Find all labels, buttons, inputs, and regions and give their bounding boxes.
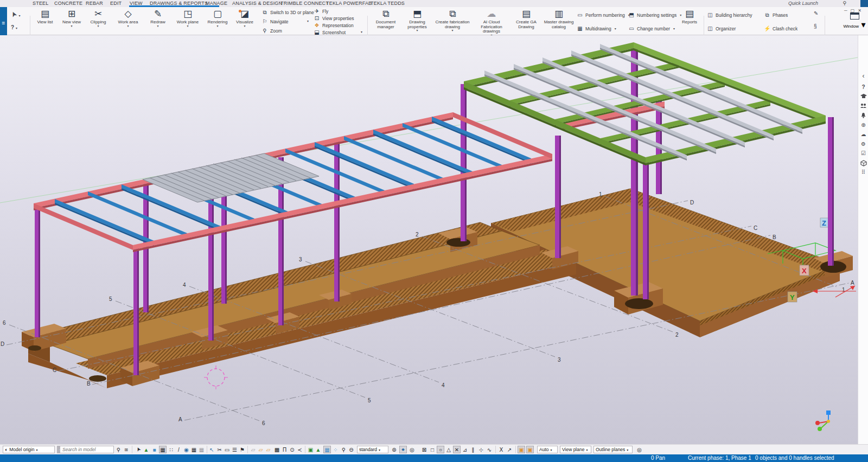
- building-hierarchy-button[interactable]: ◫ Building hierarchy: [707, 11, 752, 18]
- change-number-button[interactable]: ▭ Change number ▾: [628, 25, 675, 32]
- select-details-switch[interactable]: ▱: [265, 446, 272, 453]
- license-check-icon[interactable]: ☑: [858, 150, 868, 156]
- reports-button[interactable]: ▤ Reports: [677, 8, 702, 35]
- sketch-icon[interactable]: §: [814, 23, 817, 29]
- tab-edit[interactable]: EDIT: [110, 1, 122, 6]
- select-objects-in-components-switch[interactable]: ▦: [323, 446, 331, 453]
- select-cursor-button[interactable]: ➤ ▾: [11, 10, 21, 18]
- outline-planes-dropdown[interactable]: Outline planes ▾: [593, 446, 633, 453]
- snapshot-settings-button[interactable]: ⊛: [391, 446, 398, 453]
- inquire-button[interactable]: ? ▾: [11, 24, 17, 30]
- snap-extension-switch[interactable]: ⊹: [477, 446, 485, 453]
- select-points-switch[interactable]: ∷: [168, 446, 175, 453]
- fly-button[interactable]: ✈ Fly: [314, 8, 328, 15]
- snap-reference-switch[interactable]: ⊠: [420, 446, 428, 453]
- select-grid-lines-switch[interactable]: ▦: [190, 446, 197, 453]
- search-options-button[interactable]: ⊞: [123, 446, 130, 453]
- snap-parallel-switch[interactable]: ∥: [469, 446, 477, 453]
- select-assemblies-switch[interactable]: ▩: [273, 446, 280, 453]
- organizer-button[interactable]: ◫ Organizer: [707, 25, 736, 32]
- document-manager-button[interactable]: ⧉ Document manager: [371, 8, 401, 35]
- tab-tekla-powerfab[interactable]: TEKLA POWERFAB: [326, 1, 372, 6]
- work-area-button[interactable]: ◇ Work area ▾: [114, 8, 142, 35]
- zoom-selected-button[interactable]: ⚲: [340, 446, 347, 453]
- view-properties-button[interactable]: ⊡ View properties: [314, 15, 354, 22]
- select-reference-switch[interactable]: ≺: [296, 446, 303, 453]
- select-welds-switch[interactable]: ↖: [208, 446, 215, 453]
- switch-3d-plane-button[interactable]: ⧉ Switch to 3D or plane: [261, 9, 314, 16]
- select-cuts-switch[interactable]: ✂: [216, 446, 223, 453]
- component-cube-icon[interactable]: [858, 160, 868, 166]
- navigate-button[interactable]: ⚐ Navigate: [261, 18, 289, 25]
- create-ga-drawing-button[interactable]: ▤ Create GA Drawing: [510, 8, 542, 35]
- learning-icon[interactable]: [858, 93, 868, 99]
- tab-trimble-connect[interactable]: TRIMBLE CONNECT: [280, 1, 329, 6]
- snap-perpendicular-switch[interactable]: ⊿: [461, 446, 469, 453]
- visualize-button[interactable]: ◪ Visualize ▾: [231, 8, 258, 35]
- zoom-out-button[interactable]: ⊖: [348, 446, 355, 453]
- master-drawing-catalog-button[interactable]: ▥ Master drawing catalog: [542, 8, 575, 35]
- phases-button[interactable]: ⧉ Phases: [764, 11, 788, 18]
- tekla-online-icon[interactable]: ⊕: [858, 122, 868, 128]
- cloud-icon[interactable]: ☁: [858, 131, 868, 137]
- view-plane-dropdown[interactable]: View plane ▾: [560, 446, 591, 453]
- select-planes-switch[interactable]: ▦: [198, 446, 205, 453]
- select-parts-switch[interactable]: ■: [151, 446, 158, 453]
- quick-launch-input[interactable]: Quick Launch: [788, 0, 840, 7]
- snap-depth-switch[interactable]: ▣: [518, 446, 525, 453]
- search-in-model-input[interactable]: [60, 446, 114, 453]
- view-list-button[interactable]: ▤ View list: [31, 8, 59, 35]
- select-joints-switch[interactable]: ▱: [257, 446, 264, 453]
- visibility-toggle[interactable]: ◎: [409, 446, 416, 453]
- select-views-switch[interactable]: ▭: [224, 446, 231, 453]
- select-fittings-switch[interactable]: ☰: [231, 446, 238, 453]
- create-fabrication-drawing-button[interactable]: ⧉ Create fabrication drawing ▾: [433, 8, 471, 35]
- select-components-switch[interactable]: ▲: [143, 446, 150, 453]
- tab-steel[interactable]: STEEL: [33, 1, 49, 6]
- ortho-toggle[interactable]: ↗: [506, 446, 513, 453]
- drawing-properties-button[interactable]: ⬒ Drawing properties ▾: [402, 8, 432, 35]
- snap-intersections-switch[interactable]: ✕: [453, 446, 461, 453]
- perform-numbering-button[interactable]: ▭ Perform numbering ▾: [577, 11, 630, 18]
- model-viewport[interactable]: 11 22 33 44 55 66 DD CC BB AA: [0, 35, 858, 444]
- collapse-panel-button[interactable]: ‹: [858, 72, 868, 80]
- select-objects-in-assemblies-switch[interactable]: ⁘: [332, 446, 339, 453]
- tab-concrete[interactable]: CONCRETE: [54, 1, 82, 6]
- snap-midpoints-switch[interactable]: △: [445, 446, 452, 453]
- tab-rebar[interactable]: REBAR: [86, 1, 103, 6]
- select-all-switch[interactable]: ➤: [133, 445, 143, 454]
- select-grids-switch[interactable]: ◉: [183, 446, 190, 453]
- select-marks-switch[interactable]: ⚑: [239, 446, 246, 453]
- multidrawing-button[interactable]: ▦ Multidrawing ▾: [577, 25, 616, 32]
- zoom-button[interactable]: ⚲ Zoom: [261, 27, 282, 34]
- standard-filter-dropdown[interactable]: standard ▾: [357, 446, 388, 453]
- quick-launch-search-icon[interactable]: ⚲: [843, 1, 846, 6]
- select-pour-objects-switch[interactable]: ▣: [307, 446, 314, 453]
- redraw-button[interactable]: ✎ Redraw ▾: [144, 8, 171, 35]
- feedback-icon[interactable]: ?: [858, 84, 868, 90]
- snap-override-button[interactable]: Ⅹ: [497, 446, 505, 453]
- community-icon[interactable]: [858, 103, 868, 108]
- caret-icon[interactable]: ▾: [307, 19, 309, 23]
- clipping-button[interactable]: ✂ Clipping ▾: [85, 8, 112, 35]
- select-rebar-switch[interactable]: Π: [281, 446, 288, 453]
- tab-analysis-design[interactable]: ANALYSIS & DESIGN: [232, 1, 282, 6]
- snap-geometry-switch[interactable]: □: [429, 446, 436, 453]
- notifications-icon[interactable]: [858, 112, 868, 118]
- representation-button[interactable]: ❖ Representation: [314, 22, 354, 29]
- roof-frame[interactable]: [464, 42, 826, 165]
- clash-check-button[interactable]: ⚡ Clash check: [764, 25, 797, 32]
- snap-visibility-toggle[interactable]: ◎: [636, 446, 643, 453]
- snap-auto-dropdown[interactable]: Auto ▾: [537, 446, 558, 453]
- work-plane-button[interactable]: ◳ Work plane ▾: [174, 8, 201, 35]
- select-surfaces-switch[interactable]: ▦: [159, 446, 167, 453]
- caret-icon[interactable]: ▾: [361, 30, 362, 34]
- ai-cloud-fabrication-button[interactable]: ☁ AI Cloud Fabrication drawings ▾: [473, 8, 510, 35]
- smart-select-toggle[interactable]: ◆: [399, 446, 407, 453]
- select-bolts-switch[interactable]: ⊙: [289, 446, 296, 453]
- new-view-button[interactable]: ⊞ New view ▾: [58, 8, 85, 35]
- applications-icon[interactable]: ⠿: [858, 169, 868, 175]
- search-button[interactable]: ⚲: [115, 446, 122, 453]
- snap-points-switch[interactable]: ○: [437, 446, 444, 453]
- snap-plane-switch[interactable]: ▣: [526, 446, 534, 453]
